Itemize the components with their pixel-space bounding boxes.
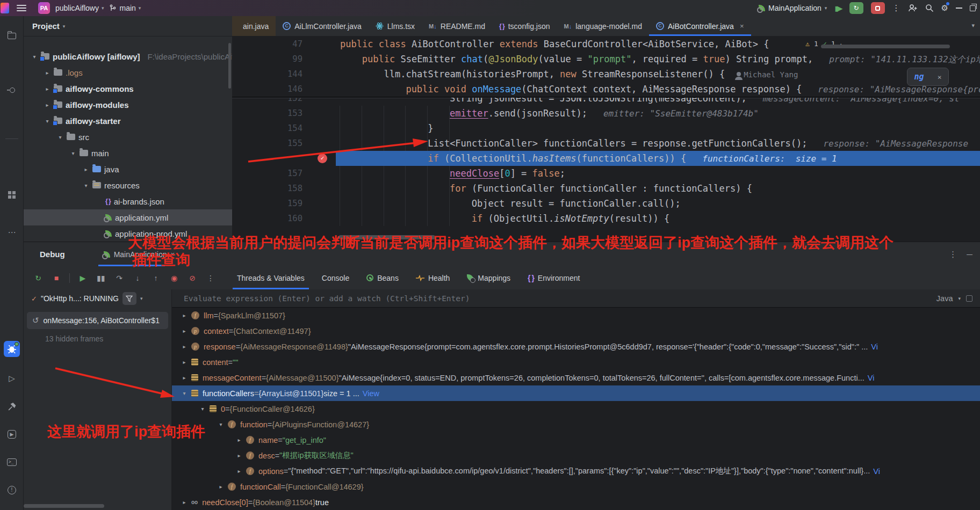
chevron-collapsed-icon[interactable]: ▸: [44, 70, 51, 76]
evaluate-language-label[interactable]: Java: [936, 294, 953, 303]
line-number[interactable]: 152: [232, 98, 336, 106]
more-tools-icon[interactable]: ⋯: [4, 224, 20, 241]
chevron-collapsed-icon[interactable]: ▸: [235, 453, 243, 458]
chevron-collapsed-icon[interactable]: ▸: [44, 86, 51, 92]
editor-tab-language-model-md[interactable]: M↓language-model.md: [557, 16, 649, 36]
tabs-dropdown-icon[interactable]: ▾: [971, 22, 975, 29]
project-panel-header[interactable]: Project ▾: [24, 16, 232, 36]
code-line-body[interactable]: if (CollectionUtil.hasItems(functionCall…: [336, 151, 980, 166]
view-link[interactable]: Vi: [873, 467, 880, 476]
line-number[interactable]: ✓: [232, 151, 336, 166]
project-tool-icon[interactable]: [4, 28, 20, 44]
commit-tool-icon[interactable]: [4, 82, 20, 98]
chevron-expanded-icon[interactable]: ▾: [57, 134, 63, 140]
chevron-collapsed-icon[interactable]: ▸: [235, 437, 243, 443]
line-number[interactable]: 160: [232, 211, 336, 226]
kebab-icon[interactable]: ⋮: [892, 3, 900, 13]
code-line-99[interactable]: 99public SseEmitter chat(@JsonBody(value…: [232, 52, 980, 67]
rerun-debug-button[interactable]: ↻: [849, 2, 863, 14]
chevron-expanded-icon[interactable]: ▾: [217, 421, 225, 427]
variable-row-context[interactable]: ▸pcontext = {ChatContext@11497}: [172, 323, 980, 339]
code-line-158[interactable]: 158for (FunctionCaller functionCaller : …: [232, 181, 980, 196]
code-line-155[interactable]: 155List<FunctionCaller> functionCallers …: [232, 136, 980, 151]
editor-tab-tsconfig-json[interactable]: { }tsconfig.json: [492, 16, 557, 36]
close-icon[interactable]: ×: [171, 250, 175, 258]
step-out-icon[interactable]: ↑: [148, 271, 164, 286]
variable-row-functionCallers[interactable]: ▾functionCallers = {ArrayList@11501} siz…: [172, 385, 980, 401]
code-line-153[interactable]: 153emitter.send(jsonResult);emitter: "Ss…: [232, 106, 980, 121]
kebab-icon[interactable]: ⋮: [203, 271, 219, 286]
debug-tab-Threads-Variables[interactable]: Threads & Variables: [230, 266, 311, 289]
stop-button[interactable]: [871, 2, 885, 14]
variable-row-functionCall[interactable]: ▸ffunctionCall = {FunctionCall@14629}: [172, 479, 980, 494]
line-number[interactable]: 47: [232, 37, 336, 52]
chevron-collapsed-icon[interactable]: ▸: [235, 468, 243, 474]
run-tool-icon[interactable]: ▷: [4, 370, 20, 387]
code-line-body[interactable]: Object result = functionCaller.call();: [336, 196, 980, 211]
line-number[interactable]: 155: [232, 136, 336, 151]
code-line-156[interactable]: ✓if (CollectionUtil.hasItems(functionCal…: [232, 151, 980, 166]
terminal-tool-icon[interactable]: >_: [4, 454, 20, 470]
chevron-collapsed-icon[interactable]: ▸: [181, 328, 188, 334]
branch-widget[interactable]: main ▾: [109, 4, 141, 12]
thread-selector[interactable]: ✓ "OkHttp h...: RUNNING ▾: [24, 289, 171, 308]
variable-row-name[interactable]: ▸fname = "get_ip_info": [172, 432, 980, 448]
code-line-47[interactable]: 47public class AiBotController extends B…: [232, 37, 980, 52]
debug-tab-Environment[interactable]: { }Environment: [521, 266, 586, 289]
code-line-body[interactable]: }: [336, 121, 980, 136]
code-line-body[interactable]: public SseEmitter chat(@JsonBody(value =…: [336, 52, 980, 67]
build-tool-icon[interactable]: [4, 398, 20, 414]
resume-icon[interactable]: ▮▶: [834, 4, 841, 12]
code-line-146[interactable]: 146public void onMessage(ChatContext con…: [232, 82, 980, 97]
chevron-expanded-icon[interactable]: ▾: [70, 150, 76, 156]
chevron-collapsed-icon[interactable]: ▸: [181, 344, 188, 349]
hidden-frames-label[interactable]: 13 hidden frames: [45, 334, 171, 343]
debug-tab-Console[interactable]: Console: [315, 266, 356, 289]
code-line-152[interactable]: 152String jsonResult = JSON.toJSONString…: [232, 98, 980, 106]
view-link[interactable]: Vi: [868, 374, 875, 382]
variable-row-messageContent[interactable]: ▸messageContent = {AiMessage@11500} "AiM…: [172, 370, 980, 385]
chevron-collapsed-icon[interactable]: ▸: [83, 166, 89, 172]
code-line-body[interactable]: String jsonResult = JSON.toJSONString(me…: [336, 98, 980, 106]
line-number[interactable]: 157: [232, 166, 336, 181]
editor-tab-README-md[interactable]: M↓README.md: [422, 16, 492, 36]
kebab-icon[interactable]: ⋮: [949, 250, 957, 259]
tree-item-java[interactable]: ▸java: [24, 161, 232, 177]
line-number[interactable]: 158: [232, 181, 336, 196]
stop-icon[interactable]: ■: [48, 271, 64, 286]
code-line-160[interactable]: 160if (ObjectUtil.isNotEmpty(result)) {: [232, 211, 980, 226]
debug-tab-Beans[interactable]: Beans: [360, 266, 405, 289]
debug-tool-icon[interactable]: [4, 341, 20, 357]
chevron-collapsed-icon[interactable]: ▸: [217, 484, 225, 490]
code-line-body[interactable]: needClose[0] = false;: [336, 166, 980, 181]
step-into-icon[interactable]: ↓: [129, 271, 146, 286]
search-icon[interactable]: [925, 4, 934, 12]
code-line-159[interactable]: 159Object result = functionCaller.call()…: [232, 196, 980, 211]
variable-row-response[interactable]: ▸presponse = {AiMessageResponse@11498} "…: [172, 339, 980, 354]
editor-tab-AiBotController-java[interactable]: CAiBotController.java×: [649, 16, 751, 36]
frames-scrollbar[interactable]: [24, 504, 104, 508]
chevron-expanded-icon[interactable]: ▾: [199, 406, 206, 412]
editor-tab-ain-java[interactable]: ain.java: [232, 16, 276, 36]
debug-session-tab[interactable]: MainApplication ×: [98, 242, 180, 266]
variable-row-llm[interactable]: ▸fllm = {SparkLlm@11507}: [172, 308, 980, 323]
tree-item-application-yml[interactable]: application.yml: [24, 209, 232, 225]
chevron-collapsed-icon[interactable]: ▸: [44, 102, 51, 108]
tree-item-aiflowy-starter[interactable]: ▾aiflowy-starter: [24, 113, 232, 129]
chevron-expanded-icon[interactable]: ▾: [181, 390, 188, 396]
close-icon[interactable]: ×: [740, 22, 744, 30]
tree-item-resources[interactable]: ▾resources: [24, 177, 232, 193]
code-line-154[interactable]: 154}: [232, 121, 980, 136]
stack-frame-selected[interactable]: ↺ onMessage:156, AiBotController$1: [27, 312, 168, 329]
services-tool-icon[interactable]: ▶: [4, 426, 20, 442]
line-number[interactable]: 99: [232, 52, 336, 67]
view-breakpoints-icon[interactable]: ◉: [166, 271, 182, 286]
project-scrollbar[interactable]: [228, 43, 231, 89]
problems-tool-icon[interactable]: !: [4, 482, 20, 498]
variable-row-0[interactable]: ▾0 = {FunctionCaller@14626}: [172, 401, 980, 417]
variable-row-options[interactable]: ▸foptions = "{"method":"GET","url":"http…: [172, 463, 980, 479]
tree-item-aiflowy-commons[interactable]: ▸aiflowy-commons: [24, 81, 232, 97]
tree-item--logs[interactable]: ▸.logs: [24, 64, 232, 81]
line-number[interactable]: 144: [232, 67, 336, 82]
evaluate-expression-bar[interactable]: Evaluate expression (Enter) or add a wat…: [172, 289, 980, 308]
